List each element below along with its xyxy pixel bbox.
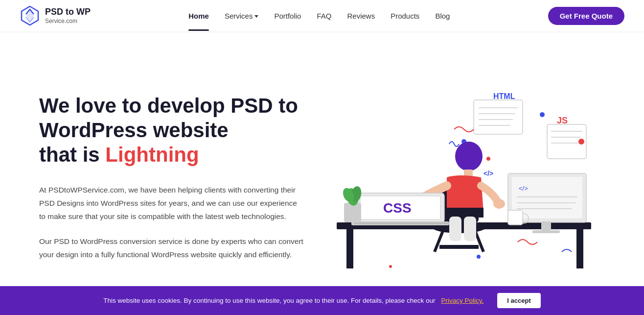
chevron-down-icon: [254, 15, 258, 18]
logo[interactable]: PSD to WP Service.com: [20, 5, 91, 26]
hero-section: We love to develop PSD to WordPress webs…: [0, 31, 644, 315]
cookie-banner: This website uses cookies. By continuing…: [0, 286, 644, 315]
svg-point-50: [477, 255, 481, 259]
hero-title: We love to develop PSD to WordPress webs…: [39, 94, 303, 168]
developer-illustration: HTML JS: [307, 61, 601, 306]
svg-rect-30: [464, 217, 476, 241]
svg-point-15: [578, 139, 584, 145]
nav-services[interactable]: Services: [225, 12, 259, 20]
svg-rect-1: [474, 100, 523, 134]
svg-point-13: [486, 157, 490, 161]
svg-rect-44: [508, 210, 523, 225]
svg-rect-29: [449, 217, 461, 241]
hero-desc-1: At PSDtoWPService.com, we have been help…: [39, 183, 303, 223]
main-header: PSD to WP Service.com Home Services Port…: [0, 0, 644, 31]
logo-sub: Service.com: [45, 18, 91, 24]
hero-illustration: HTML JS: [303, 61, 605, 306]
nav-home[interactable]: Home: [188, 12, 209, 20]
svg-point-24: [455, 142, 483, 171]
svg-rect-17: [346, 229, 353, 268]
svg-rect-45: [344, 203, 361, 222]
hero-content: We love to develop PSD to WordPress webs…: [39, 94, 303, 273]
svg-rect-42: [541, 221, 551, 231]
nav-products[interactable]: Products: [391, 12, 419, 20]
hero-highlight: Lightning: [105, 143, 199, 166]
svg-text:JS: JS: [557, 116, 568, 125]
logo-text: PSD to WP Service.com: [45, 7, 91, 24]
svg-rect-26: [447, 208, 483, 218]
svg-point-51: [389, 265, 392, 268]
svg-rect-43: [532, 230, 560, 233]
privacy-policy-link[interactable]: Privacy Policy.: [441, 297, 484, 304]
svg-text:</>: </>: [519, 185, 528, 192]
logo-brand: PSD to WP: [45, 7, 91, 18]
svg-point-28: [493, 199, 505, 209]
hero-desc-2: Our PSD to WordPress conversion service …: [39, 235, 303, 261]
svg-rect-18: [576, 229, 583, 268]
svg-point-14: [540, 112, 545, 117]
nav-faq[interactable]: FAQ: [317, 12, 331, 20]
svg-text:</>: </>: [483, 170, 493, 177]
svg-rect-35: [354, 222, 449, 224]
cookie-accept-button[interactable]: I accept: [497, 293, 540, 308]
main-nav: Home Services Portfolio FAQ Reviews Prod…: [188, 12, 450, 20]
nav-blog[interactable]: Blog: [435, 12, 450, 20]
nav-reviews[interactable]: Reviews: [347, 12, 375, 20]
svg-text:HTML: HTML: [493, 92, 515, 100]
nav-portfolio[interactable]: Portfolio: [274, 12, 301, 20]
get-free-quote-button[interactable]: Get Free Quote: [548, 7, 624, 25]
cookie-text: This website uses cookies. By continuing…: [103, 297, 435, 304]
logo-icon: [20, 5, 40, 26]
svg-text:CSS: CSS: [383, 200, 412, 216]
